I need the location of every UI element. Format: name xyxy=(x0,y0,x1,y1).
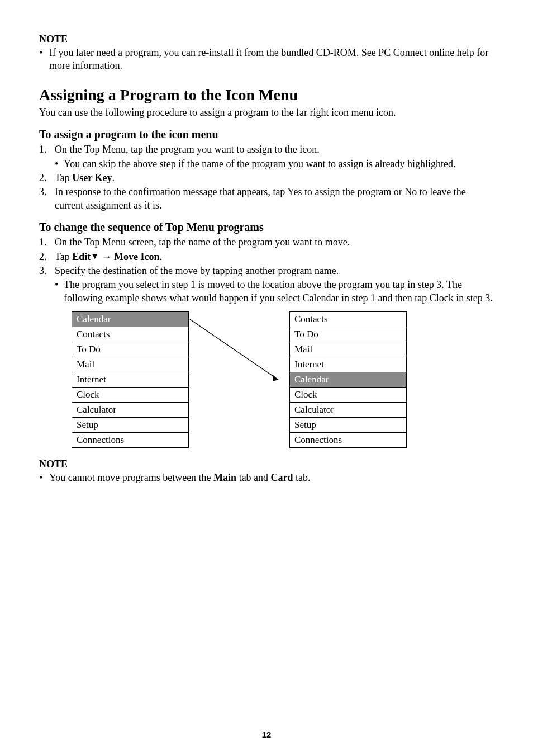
table-cell: Connections xyxy=(290,433,407,448)
note-text: You cannot move programs between the Mai… xyxy=(49,471,494,484)
step-number: 3. xyxy=(39,264,55,305)
step-text-post: . xyxy=(112,172,115,183)
table-row: Calendar xyxy=(290,372,407,388)
sub-bullet-text: You can skip the above step if the name … xyxy=(64,158,494,171)
table-cell: Calendar xyxy=(72,312,189,327)
step-2: 2. Tap User Key. xyxy=(39,172,494,185)
step-1: 1. On the Top Menu, tap the program you … xyxy=(39,143,494,171)
bullet-icon xyxy=(39,46,49,73)
bullet-icon xyxy=(55,278,64,305)
arrow-icon xyxy=(189,311,289,448)
t-pre: You cannot move programs between the xyxy=(49,472,213,483)
table-cell: Mail xyxy=(72,357,189,372)
down-triangle-icon: ▼ xyxy=(91,251,99,262)
step-text: In response to the confirmation message … xyxy=(55,186,466,210)
table-row: Calendar xyxy=(72,312,189,327)
step-3: 3. Specify the destination of the move b… xyxy=(39,264,494,305)
table-cell: Internet xyxy=(72,372,189,388)
app-list-before: CalendarContactsTo DoMailInternetClockCa… xyxy=(72,311,189,448)
step-number: 2. xyxy=(39,251,55,263)
t-post: tab. xyxy=(293,472,311,483)
table-cell: Contacts xyxy=(72,327,189,342)
subheading-assign: To assign a program to the icon menu xyxy=(39,128,494,141)
table-cell: Setup xyxy=(290,418,407,433)
steps-assign: 1. On the Top Menu, tap the program you … xyxy=(39,143,494,212)
note-1: NOTE If you later need a program, you ca… xyxy=(39,34,494,73)
note-label: NOTE xyxy=(39,459,494,470)
table-cell: Internet xyxy=(290,357,407,372)
table-cell: Contacts xyxy=(290,312,407,327)
table-cell: Mail xyxy=(290,342,407,357)
table-cell: Calculator xyxy=(72,403,189,418)
step-number: 2. xyxy=(39,172,55,185)
table-cell: Setup xyxy=(72,418,189,433)
table-row: Connections xyxy=(72,433,189,448)
step-text-pre: Tap xyxy=(55,251,72,262)
table-row: Clock xyxy=(290,388,407,403)
step-text-b2: Move Icon xyxy=(114,251,159,262)
section-title: Assigning a Program to the Icon Menu xyxy=(39,86,494,104)
steps-sequence: 1. On the Top Menu screen, tap the name … xyxy=(39,236,494,305)
table-row: Connections xyxy=(290,433,407,448)
table-row: Internet xyxy=(290,357,407,372)
sub-bullet: The program you select in step 1 is move… xyxy=(55,278,494,305)
table-row: Mail xyxy=(290,342,407,357)
table-row: Setup xyxy=(72,418,189,433)
table-row: To Do xyxy=(290,327,407,342)
table-cell: Connections xyxy=(72,433,189,448)
step-text-b1: Edit xyxy=(72,251,91,262)
step-2: 2. Tap Edit ▼ → Move Icon. xyxy=(39,251,494,263)
table-cell: To Do xyxy=(72,342,189,357)
sub-bullet: You can skip the above step if the name … xyxy=(55,158,494,171)
subheading-change-sequence: To change the sequence of Top Menu progr… xyxy=(39,221,494,234)
table-row: Calculator xyxy=(290,403,407,418)
step-1: 1. On the Top Menu screen, tap the name … xyxy=(39,236,494,249)
t-mid: tab and xyxy=(236,472,270,483)
bullet-icon xyxy=(55,158,64,171)
note-2: NOTE You cannot move programs between th… xyxy=(39,459,494,484)
bullet-icon xyxy=(39,471,49,484)
step-text: On the Top Menu screen, tap the name of … xyxy=(55,237,350,248)
reorder-arrow xyxy=(189,311,289,448)
step-text-post: . xyxy=(160,251,163,262)
step-number: 1. xyxy=(39,143,55,171)
step-number: 1. xyxy=(39,236,55,249)
table-cell: Calendar xyxy=(290,372,407,388)
step-text-bold: User Key xyxy=(72,172,112,183)
step-text-arrow: → xyxy=(99,251,114,262)
table-row: Calculator xyxy=(72,403,189,418)
note-label: NOTE xyxy=(39,34,494,45)
table-cell: To Do xyxy=(290,327,407,342)
table-cell: Clock xyxy=(290,388,407,403)
app-list-after: ContactsTo DoMailInternetCalendarClockCa… xyxy=(289,311,407,448)
table-row: Internet xyxy=(72,372,189,388)
step-text: On the Top Menu, tap the program you wan… xyxy=(55,144,320,155)
table-row: Mail xyxy=(72,357,189,372)
step-text-pre: Tap xyxy=(55,172,72,183)
t-b1: Main xyxy=(213,472,236,483)
svg-marker-0 xyxy=(273,375,278,381)
sub-bullet-text: The program you select in step 1 is move… xyxy=(64,278,494,305)
step-3: 3. In response to the confirmation messa… xyxy=(39,186,494,212)
table-row: Clock xyxy=(72,388,189,403)
table-row: Setup xyxy=(290,418,407,433)
note-bullet: You cannot move programs between the Mai… xyxy=(39,471,494,484)
section-intro: You can use the following procedure to a… xyxy=(39,106,494,119)
table-row: To Do xyxy=(72,342,189,357)
page-number: 12 xyxy=(0,730,533,739)
note-bullet: If you later need a program, you can re-… xyxy=(39,46,494,73)
table-cell: Clock xyxy=(72,388,189,403)
step-number: 3. xyxy=(39,186,55,212)
note-text: If you later need a program, you can re-… xyxy=(49,46,494,73)
table-cell: Calculator xyxy=(290,403,407,418)
table-row: Contacts xyxy=(290,312,407,327)
reorder-diagram: CalendarContactsTo DoMailInternetClockCa… xyxy=(72,311,494,448)
table-row: Contacts xyxy=(72,327,189,342)
t-b2: Card xyxy=(271,472,293,483)
step-text: Specify the destination of the move by t… xyxy=(55,265,339,276)
